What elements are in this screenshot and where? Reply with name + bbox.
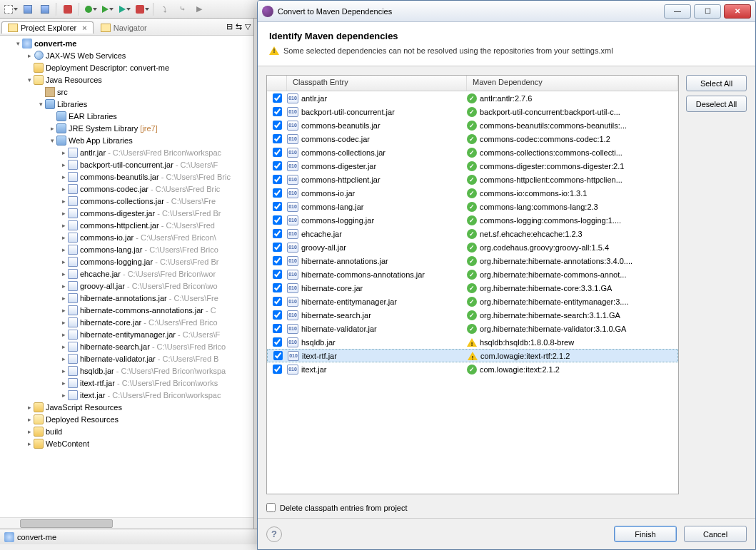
table-row[interactable]: ehcache.jarnet.sf.ehcache:ehcache:1.2.3 [267,227,678,240]
run-button[interactable] [100,2,116,16]
cancel-button[interactable]: Cancel [684,526,747,542]
navigator-tab[interactable]: Navigator [95,22,153,34]
table-row[interactable]: hsqldb.jarhsqldb:hsqldb:1.8.0.8-brew [267,335,678,349]
table-row[interactable]: commons-lang.jarcommons-lang:commons-lan… [267,200,678,213]
ext-tools-button[interactable] [134,2,150,16]
project-explorer-tab[interactable]: Project Explorer × [1,21,94,34]
step-into-button[interactable]: ⤷ [174,2,190,16]
tree-item[interactable]: hibernate-commons-annotations.jar - C [0,304,253,316]
tree-item[interactable]: src [0,86,253,98]
tree-item[interactable]: antlr.jar - C:\Users\Fred Bricon\workspa… [0,146,253,158]
link-editor-button[interactable]: ⇆ [236,22,242,31]
tree-item[interactable]: Web App Libraries [0,134,253,146]
maximize-button[interactable]: ☐ [694,4,721,19]
tree-item[interactable]: commons-logging.jar - C:\Users\Fred Br [0,255,253,268]
tree-item[interactable]: commons-codec.jar - C:\Users\Fred Bric [0,183,253,195]
row-checkbox[interactable] [273,175,282,184]
row-checkbox[interactable] [273,121,282,130]
row-checkbox[interactable] [273,215,282,225]
row-checkbox[interactable] [273,256,282,265]
project-tree[interactable]: convert-meJAX-WS Web ServicesDeployment … [0,36,253,517]
table-row[interactable]: commons-collections.jarcommons-collectio… [267,146,678,159]
row-checkbox[interactable] [273,351,283,360]
table-row[interactable]: hibernate-core.jarorg.hibernate:hibernat… [267,281,678,295]
tree-item[interactable]: backport-util-concurrent.jar - C:\Users\… [0,158,253,170]
row-checkbox[interactable] [273,134,282,143]
view-menu-button[interactable]: ▽ [245,22,251,31]
tree-item[interactable]: WebContent [0,437,253,449]
table-row[interactable]: commons-digester.jarcommons-digester:com… [267,159,678,173]
minimize-button[interactable]: — [664,4,691,19]
table-row[interactable]: hibernate-entitymanager.jarorg.hibernate… [267,295,678,308]
row-checkbox[interactable] [273,229,282,238]
run-last-button[interactable] [117,2,133,16]
row-checkbox[interactable] [273,188,282,198]
table-row[interactable]: backport-util-concurrent.jarbackport-uti… [267,105,678,118]
column-maven[interactable]: Maven Dependency [467,76,678,91]
tree-item[interactable]: commons-httpclient.jar - C:\Users\Fred [0,219,253,231]
row-checkbox[interactable] [273,202,282,211]
tree-item[interactable]: Deployed Resources [0,413,253,425]
new-button[interactable] [3,2,19,16]
table-row[interactable]: commons-codec.jarcommons-codec:commons-c… [267,132,678,146]
close-button[interactable]: ✕ [724,4,751,19]
help-button[interactable]: ? [266,526,282,542]
table-row[interactable]: commons-beanutils.jarcommons-beanutils:c… [267,118,678,132]
tree-item[interactable]: EAR Libraries [0,110,253,122]
tree-item[interactable]: JRE System Library [jre7] [0,122,253,134]
build-button[interactable] [60,2,76,16]
tree-item[interactable]: groovy-all.jar - C:\Users\Fred Bricon\wo [0,280,253,292]
tree-item[interactable]: itext.jar - C:\Users\Fred Bricon\workspa… [0,389,253,401]
tree-item[interactable]: hibernate-validator.jar - C:\Users\Fred … [0,352,253,365]
row-checkbox[interactable] [273,337,282,347]
save-all-button[interactable] [37,2,53,16]
table-row[interactable]: commons-logging.jarcommons-logging:commo… [267,213,678,227]
row-checkbox[interactable] [273,93,282,103]
resume-button[interactable]: ▶ [191,2,207,16]
row-checkbox[interactable] [273,243,282,252]
table-row[interactable]: hibernate-commons-annotations.jarorg.hib… [267,268,678,281]
row-checkbox[interactable] [273,270,282,279]
table-row[interactable]: itext-rtf.jarcom.lowagie:itext-rtf:2.1.2 [267,349,678,362]
tree-item[interactable]: itext-rtf.jar - C:\Users\Fred Bricon\wor… [0,377,253,389]
deselect-all-button[interactable]: Deselect All [686,96,747,112]
select-all-button[interactable]: Select All [686,75,747,91]
table-row[interactable]: antlr.jarantlr:antlr:2.7.6 [267,91,678,105]
delete-entries-checkbox[interactable] [266,503,276,512]
debug-button[interactable] [83,2,99,16]
row-checkbox[interactable] [273,324,282,333]
close-icon[interactable]: × [82,24,86,32]
tree-item[interactable]: commons-io.jar - C:\Users\Fred Bricon\ [0,231,253,243]
tree-item[interactable]: commons-lang.jar - C:\Users\Fred Brico [0,243,253,255]
finish-button[interactable]: Finish [614,526,677,542]
tree-item[interactable]: hibernate-search.jar - C:\Users\Fred Bri… [0,340,253,352]
title-bar[interactable]: Convert to Maven Dependencies — ☐ ✕ [258,1,755,22]
tree-item[interactable]: hibernate-core.jar - C:\Users\Fred Brico [0,316,253,328]
tree-item[interactable]: ehcache.jar - C:\Users\Fred Bricon\wor [0,268,253,280]
tree-item[interactable]: hibernate-annotations.jar - C:\Users\Fre [0,292,253,304]
table-row[interactable]: hibernate-search.jarorg.hibernate:hibern… [267,308,678,322]
step-over-button[interactable]: ⤵ [157,2,173,16]
row-checkbox[interactable] [273,365,282,374]
row-checkbox[interactable] [273,161,282,170]
tree-item[interactable]: JAX-WS Web Services [0,49,253,61]
horizontal-scrollbar[interactable] [0,517,253,529]
tree-item[interactable]: convert-me [0,37,253,49]
collapse-all-button[interactable]: ⊟ [226,22,233,31]
table-row[interactable]: commons-io.jarcommons-io:commons-io:1.3.… [267,186,678,200]
table-row[interactable]: groovy-all.jarorg.codehaus.groovy:groovy… [267,240,678,254]
tree-item[interactable]: JavaScript Resources [0,401,253,413]
table-row[interactable]: hibernate-validator.jarorg.hibernate:hib… [267,322,678,335]
tree-item[interactable]: hibernate-entitymanager.jar - C:\Users\F [0,328,253,340]
table-row[interactable]: itext.jarcom.lowagie:itext:2.1.2 [267,362,678,376]
row-checkbox[interactable] [273,297,282,306]
table-row[interactable]: hibernate-annotations.jarorg.hibernate:h… [267,254,678,268]
table-row[interactable]: commons-httpclient.jarcommons-httpclient… [267,173,678,186]
row-checkbox[interactable] [273,148,282,157]
tree-item[interactable]: commons-digester.jar - C:\Users\Fred Br [0,207,253,219]
row-checkbox[interactable] [273,107,282,116]
tree-item[interactable]: build [0,425,253,437]
tree-item[interactable]: commons-collections.jar - C:\Users\Fre [0,195,253,207]
column-classpath[interactable]: Classpath Entry [287,76,467,91]
row-checkbox[interactable] [273,283,282,292]
